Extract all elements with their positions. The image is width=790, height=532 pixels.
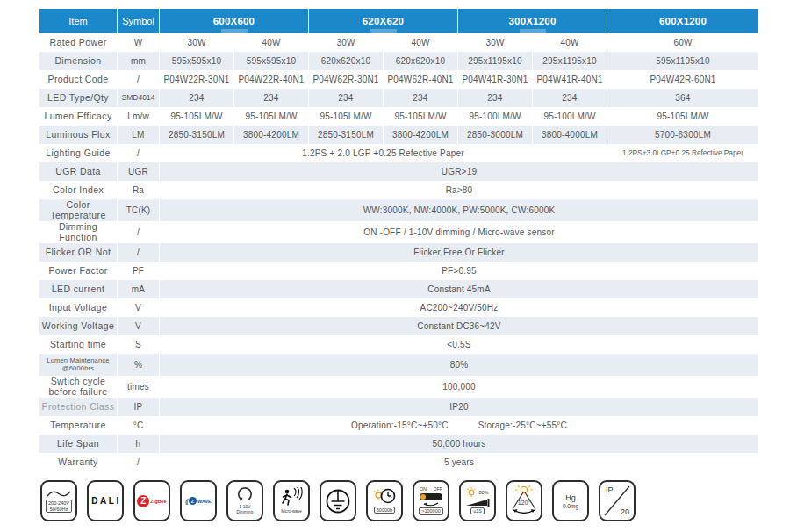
row-value: 595x1195x10 bbox=[607, 52, 758, 70]
row-item-label: LED current bbox=[40, 280, 117, 298]
row-value: 5700-6300LM bbox=[607, 126, 758, 144]
header-group-300x1200: 300X1200 bbox=[458, 9, 607, 33]
running-man-icon bbox=[279, 487, 304, 508]
row-value: 2850-3150LM bbox=[309, 126, 383, 144]
row-value: 95-105LM/W bbox=[607, 107, 758, 126]
dimming-label: 1-10V Dimming bbox=[237, 505, 254, 515]
header-symbol: Symbol bbox=[118, 9, 159, 33]
row-item-label: Luminous Flux bbox=[40, 126, 117, 144]
row-value: 2850-3150LM bbox=[160, 126, 233, 144]
cycle-arrow-icon bbox=[422, 502, 440, 507]
row-value: 234 bbox=[458, 89, 532, 107]
row-item-label: Protection Class bbox=[40, 398, 117, 416]
zwave-logo-icon: Z bbox=[189, 497, 197, 505]
zwave-arcs-icon: (( bbox=[185, 498, 188, 504]
sine-wave-icon bbox=[46, 489, 72, 499]
zigbee-icon: Z ZigBee bbox=[133, 480, 170, 521]
row-value: P04W62R-40N1 bbox=[384, 70, 457, 89]
row-item-label: Starting time bbox=[40, 335, 117, 354]
fast-start-icon: 80% ≤1S bbox=[459, 480, 496, 521]
header-group-620x620: 620X620 bbox=[309, 9, 457, 33]
faststart-time-label: ≤1S bbox=[470, 507, 485, 515]
row-value: 5 years bbox=[160, 453, 758, 471]
row-value: 30W bbox=[458, 33, 532, 52]
row-symbol: UGR bbox=[118, 162, 159, 181]
row-value: 295x1195x10 bbox=[533, 52, 607, 70]
row-value: 30W bbox=[309, 33, 383, 52]
dimming-1-10v-icon: 1-10V Dimming bbox=[226, 480, 263, 521]
beam-angle-graphic-icon: 120° bbox=[509, 485, 539, 517]
spec-sheet-page: Item Symbol 600X600 620X620 300X1200 600… bbox=[0, 0, 790, 532]
row-value: 595x595x10 bbox=[234, 52, 308, 70]
row-value: 3800-4200LM bbox=[384, 126, 457, 144]
spec-row: Lighting Guide/1.2PS + 2.0 LGP +0.25 Ref… bbox=[40, 144, 758, 162]
row-item-label: Lumen Efficacy bbox=[40, 107, 117, 126]
row-item-label: Working Voltage bbox=[40, 317, 117, 335]
switch-cycle-icon: ON OFF >100000 bbox=[413, 480, 449, 521]
spec-row: Warranty/5 years bbox=[40, 453, 758, 471]
ground-symbol-icon bbox=[325, 488, 351, 514]
row-symbol: / bbox=[118, 453, 159, 471]
spec-row: Swtich cycle before failuretimes100,000 bbox=[40, 376, 758, 398]
row-value: 100,000 bbox=[160, 376, 758, 398]
beam-angle-icon: 120° bbox=[506, 480, 542, 521]
row-symbol: S bbox=[118, 335, 159, 354]
switch-off-label: OFF bbox=[434, 486, 442, 492]
zwave-icon: (( Z WAVE bbox=[180, 480, 217, 521]
row-item-label: Dimension bbox=[40, 52, 117, 70]
dimming-line2: Dimming bbox=[237, 510, 254, 515]
spec-row: Power FactorPFPF>0.95 bbox=[40, 262, 758, 280]
row-value: 234 bbox=[234, 89, 308, 107]
row-value: AC200~240V/50Hz bbox=[160, 298, 758, 317]
voltage-label: 200-240V 50/60Hz bbox=[46, 500, 72, 514]
ip-label: IP bbox=[606, 485, 614, 494]
spec-row: Rated PowerW30W40W30W40W30W40W60W bbox=[40, 33, 758, 52]
voltage-line2: 50/60Hz bbox=[48, 507, 69, 513]
row-value: IP20 bbox=[160, 398, 758, 416]
header-group-600x600: 600X600 bbox=[160, 9, 308, 33]
row-value: Constant DC36~42V bbox=[160, 317, 758, 335]
spec-row: Life Spanh50,000 hours bbox=[40, 435, 758, 453]
spec-row: Working VoltageVConstant DC36~42V bbox=[40, 317, 758, 335]
row-value: 234 bbox=[384, 89, 457, 107]
row-value: ON -OFF / 1-10V dimming / Micro-wave sen… bbox=[160, 221, 758, 243]
row-value: 30W bbox=[160, 33, 233, 52]
row-symbol: PF bbox=[118, 262, 159, 280]
spec-row: Luminous FluxLM2850-3150LM3800-4200LM285… bbox=[40, 126, 758, 144]
row-value: 234 bbox=[309, 89, 383, 107]
row-value: P04W22R-40N1 bbox=[234, 70, 308, 89]
row-value: Flicker Free Or Flicker bbox=[160, 243, 758, 262]
spec-row: Dimensionmm595x595x10595x595x10620x620x1… bbox=[40, 52, 758, 70]
row-item-label: Warranty bbox=[40, 453, 117, 471]
row-item-label: Lumen Maintenance @6000hrs bbox=[40, 354, 117, 376]
zigbee-label: ZigBee bbox=[150, 499, 166, 504]
row-value: 95-105LM/W bbox=[384, 107, 457, 126]
ac-voltage-icon: 200-240V 50/60Hz bbox=[40, 480, 77, 521]
lifespan-icon: 50000h bbox=[366, 480, 403, 521]
row-symbol: IP bbox=[118, 398, 159, 416]
row-item-label: Power Factor bbox=[40, 262, 117, 280]
dimmer-dial-icon bbox=[236, 486, 254, 504]
table-header: Item Symbol 600X600 620X620 300X1200 600… bbox=[40, 9, 758, 33]
row-symbol: LM bbox=[118, 126, 159, 144]
row-item-label: Color Temperature bbox=[40, 199, 117, 221]
row-symbol: / bbox=[118, 243, 159, 262]
header-group-600x1200: 600X1200 bbox=[607, 9, 758, 33]
row-symbol: % bbox=[118, 354, 159, 376]
row-value: Ra>80 bbox=[160, 181, 758, 199]
spec-row: Dimming Function/ON -OFF / 1-10V dimming… bbox=[40, 221, 758, 243]
row-value: P04W41R-30N1 bbox=[458, 70, 532, 89]
row-value: 50,000 hours bbox=[160, 435, 758, 453]
switch-on-label: ON bbox=[420, 486, 427, 492]
row-item-label: Input Voltage bbox=[40, 298, 117, 317]
row-symbol: °C bbox=[118, 416, 159, 435]
row-value: 620x620x10 bbox=[384, 52, 457, 70]
row-value: P04W42R-60N1 bbox=[607, 70, 758, 89]
row-value: P04W62R-30N1 bbox=[309, 70, 383, 89]
row-value: 595x595x10 bbox=[160, 52, 233, 70]
dali-label: DALI bbox=[90, 496, 120, 506]
row-value: Operation:-15°C~+50°C bbox=[351, 421, 449, 430]
row-value: 95-105LM/W bbox=[234, 107, 308, 126]
row-value: Constant 45mA bbox=[160, 280, 758, 298]
earth-ground-icon bbox=[320, 480, 356, 521]
